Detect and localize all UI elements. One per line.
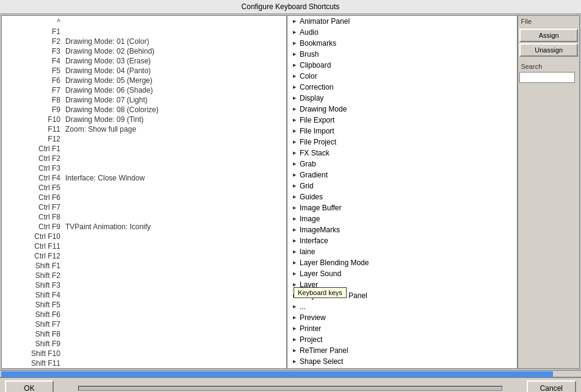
- expand-arrow-icon: ▶: [290, 149, 298, 157]
- shortcut-row[interactable]: Ctrl F9TVPaint Animation: Iconify: [2, 222, 286, 232]
- shortcut-key: Ctrl F9: [4, 223, 65, 231]
- shortcut-row[interactable]: Ctrl F5: [2, 183, 286, 193]
- category-label: Project: [300, 335, 322, 344]
- shortcut-key: Shift F8: [4, 330, 65, 338]
- category-item[interactable]: ▶Layer Sound: [287, 268, 517, 279]
- category-label: Display: [300, 94, 323, 102]
- category-item[interactable]: ▶...: [287, 301, 517, 312]
- shortcut-row[interactable]: F1: [2, 27, 286, 37]
- category-item[interactable]: ▶Bookmarks: [287, 38, 517, 49]
- category-item[interactable]: ▶Image: [287, 213, 517, 224]
- category-label: Bookmarks: [300, 39, 336, 48]
- category-item[interactable]: ▶Grab: [287, 159, 517, 169]
- category-label: Color: [300, 72, 317, 80]
- category-item[interactable]: ▶Brush: [287, 49, 517, 60]
- shortcut-row[interactable]: ^: [2, 17, 286, 27]
- expand-arrow-icon: ▶: [290, 313, 298, 322]
- shortcut-row[interactable]: Ctrl F6: [2, 193, 286, 202]
- shortcut-row[interactable]: Shift F6: [2, 310, 286, 319]
- shortcut-row[interactable]: Ctrl F4Interface: Close Window: [2, 173, 286, 183]
- category-item[interactable]: ▶Drawing Mode: [287, 104, 517, 115]
- category-item[interactable]: ▶Display: [287, 93, 517, 104]
- expand-arrow-icon: ▶: [290, 237, 298, 245]
- shortcut-row[interactable]: Ctrl F2: [2, 154, 286, 163]
- category-item[interactable]: ▶Audio: [287, 27, 517, 38]
- shortcut-row[interactable]: Shift F1: [2, 261, 286, 271]
- shortcut-key: Ctrl F2: [4, 154, 65, 163]
- right-panel: File Assign Unassign Search: [518, 16, 579, 368]
- category-item[interactable]: ▶File Import: [287, 126, 517, 137]
- shortcut-key: Ctrl F7: [4, 203, 65, 212]
- shortcut-row[interactable]: F4Drawing Mode: 03 (Erase): [2, 56, 286, 66]
- category-item[interactable]: ▶Project: [287, 334, 517, 345]
- shortcut-row[interactable]: F9Drawing Mode: 08 (Colorize): [2, 105, 286, 115]
- category-item[interactable]: ▶ReTimer Panel: [287, 345, 517, 356]
- category-label: laine: [300, 248, 315, 256]
- shortcut-action: Drawing Mode: 02 (Behind): [65, 47, 154, 55]
- category-item[interactable]: ▶Preview: [287, 312, 517, 323]
- shortcut-row[interactable]: F7Drawing Mode: 06 (Shade): [2, 85, 286, 95]
- shortcut-row[interactable]: Ctrl F8: [2, 212, 286, 222]
- shortcut-row[interactable]: Shift F4: [2, 290, 286, 300]
- search-input[interactable]: [519, 72, 575, 83]
- category-item[interactable]: ▶Animator Panel: [287, 16, 517, 27]
- category-item[interactable]: ▶FX Stack: [287, 148, 517, 159]
- category-item[interactable]: ▶Gradient: [287, 169, 517, 180]
- category-item[interactable]: ▶Image Buffer: [287, 202, 517, 213]
- shortcut-action: Drawing Mode: 08 (Colorize): [65, 105, 159, 114]
- shortcut-row[interactable]: Shift F7: [2, 319, 286, 329]
- category-item[interactable]: ▶Clipboard: [287, 60, 517, 71]
- shortcut-row[interactable]: Shift F11: [2, 358, 286, 368]
- shortcut-row[interactable]: Shift F10: [2, 349, 286, 358]
- shortcut-action: Drawing Mode: 03 (Erase): [65, 57, 151, 65]
- shortcut-row[interactable]: Shift F3: [2, 280, 286, 290]
- cancel-button[interactable]: Cancel: [527, 380, 576, 392]
- shortcut-row[interactable]: F2Drawing Mode: 01 (Color): [2, 37, 286, 46]
- category-label: Grab: [300, 160, 316, 168]
- shortcut-row[interactable]: F10Drawing Mode: 09 (Tint): [2, 115, 286, 124]
- category-item[interactable]: ▶Shape Transform: [287, 367, 517, 368]
- unassign-button[interactable]: Unassign: [519, 43, 578, 57]
- category-item[interactable]: ▶Shape Select: [287, 356, 517, 367]
- shortcut-key: Shift F10: [4, 349, 65, 358]
- shortcut-key: Ctrl F3: [4, 164, 65, 173]
- category-label: ImageMarks: [300, 226, 340, 234]
- shortcut-row[interactable]: Shift F2: [2, 271, 286, 280]
- shortcut-row[interactable]: F11Zoom: Show full page: [2, 124, 286, 134]
- expand-arrow-icon: ▶: [290, 171, 298, 179]
- shortcut-row[interactable]: Ctrl F10: [2, 232, 286, 241]
- category-item[interactable]: ▶Interface: [287, 235, 517, 246]
- category-item[interactable]: ▶Guides: [287, 191, 517, 202]
- shortcut-row[interactable]: Shift F5: [2, 300, 286, 310]
- shortcut-key: F5: [4, 66, 65, 75]
- category-item[interactable]: ▶Printer: [287, 323, 517, 334]
- category-item[interactable]: ▶ImageMarks: [287, 224, 517, 235]
- category-item[interactable]: ▶Correction: [287, 82, 517, 93]
- shortcut-action: TVPaint Animation: Iconify: [65, 223, 151, 231]
- category-item[interactable]: ▶Grid: [287, 180, 517, 191]
- expand-arrow-icon: ▶: [290, 346, 298, 355]
- shortcut-row[interactable]: Ctrl F7: [2, 202, 286, 212]
- shortcut-row[interactable]: F5Drawing Mode: 04 (Panto): [2, 66, 286, 76]
- shortcut-row[interactable]: Shift F8: [2, 329, 286, 339]
- category-item[interactable]: ▶laine: [287, 246, 517, 257]
- shortcut-row[interactable]: Ctrl F1: [2, 144, 286, 154]
- shortcut-row[interactable]: F12: [2, 134, 286, 144]
- shortcut-row[interactable]: Shift F9: [2, 339, 286, 349]
- shortcut-action: Interface: Close Window: [65, 174, 145, 182]
- shortcut-row[interactable]: Ctrl F11: [2, 241, 286, 251]
- shortcut-row[interactable]: Ctrl F3: [2, 163, 286, 173]
- expand-arrow-icon: ▶: [290, 17, 298, 26]
- category-item[interactable]: ▶File Project: [287, 137, 517, 148]
- category-item[interactable]: ▶File Export: [287, 115, 517, 126]
- shortcut-row[interactable]: F3Drawing Mode: 02 (Behind): [2, 46, 286, 56]
- category-item[interactable]: ▶Color: [287, 71, 517, 82]
- category-item[interactable]: ▶Layer Blending Mode: [287, 257, 517, 268]
- ok-button[interactable]: OK: [5, 380, 54, 392]
- shortcut-row[interactable]: F8Drawing Mode: 07 (Light): [2, 95, 286, 105]
- category-label: ...: [300, 302, 306, 311]
- shortcut-row[interactable]: F6Drawing Mode: 05 (Merge): [2, 76, 286, 85]
- shortcut-row[interactable]: Ctrl F12: [2, 251, 286, 261]
- assign-button[interactable]: Assign: [519, 29, 578, 42]
- categories-panel: ▶Animator Panel▶Audio▶Bookmarks▶Brush▶Cl…: [287, 16, 518, 368]
